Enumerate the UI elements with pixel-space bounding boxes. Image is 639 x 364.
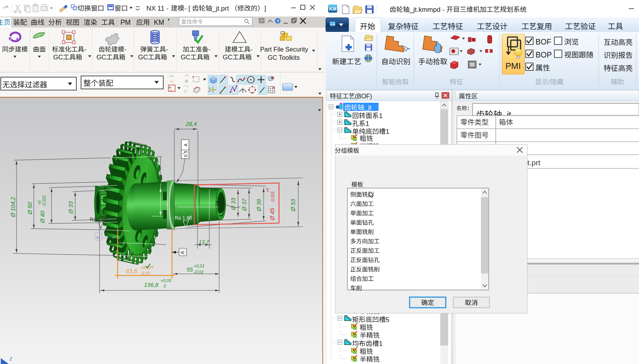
svg-text:Ø 50: Ø 50 <box>27 202 33 215</box>
svg-text:A: A <box>183 143 188 146</box>
svg-text:GC: GC <box>53 54 63 61</box>
svg-text:GC: GC <box>138 54 148 61</box>
svg-text:_jt.prt: _jt.prt <box>212 5 229 12</box>
svg-text:0: 0 <box>164 284 166 288</box>
svg-text:A: A <box>180 251 185 254</box>
svg-text:28,4: 28,4 <box>185 121 197 127</box>
svg-text:-: - <box>209 46 211 53</box>
svg-text:- [: - [ <box>184 5 190 12</box>
svg-text:-: - <box>124 46 126 53</box>
svg-text:]: ] <box>264 5 266 12</box>
svg-text:_jt: _jt <box>364 104 371 111</box>
svg-text:1: 1 <box>379 340 382 347</box>
svg-text:1: 1 <box>366 120 369 127</box>
svg-text:Ø 45: Ø 45 <box>269 208 275 221</box>
svg-text:GC: GC <box>223 54 233 61</box>
svg-text:?: ? <box>277 19 279 24</box>
svg-text:Z: Z <box>9 357 13 361</box>
svg-text:1: 1 <box>379 112 382 120</box>
svg-text:+0: +0 <box>266 188 270 192</box>
svg-text:GC Toolkits: GC Toolkits <box>268 54 300 61</box>
svg-text:Ra 1.60: Ra 1.60 <box>175 215 192 221</box>
svg-text:63,8: 63,8 <box>126 268 137 274</box>
svg-text:-0,03: -0,03 <box>140 271 150 275</box>
svg-text:PM: PM <box>120 18 131 26</box>
svg-text:BOF: BOF <box>536 37 551 46</box>
svg-text:Ø 33: Ø 33 <box>68 201 74 214</box>
svg-text:BOP: BOP <box>536 50 552 59</box>
svg-text:5: 5 <box>386 316 389 323</box>
svg-text:Part File Security: Part File Security <box>260 46 308 53</box>
svg-text:-0,025: -0,025 <box>42 195 46 207</box>
svg-text:+0,03: +0,03 <box>161 278 171 283</box>
svg-text:55: 55 <box>187 266 193 273</box>
svg-text:Ø 33: Ø 33 <box>230 198 236 211</box>
svg-text:-0,02: -0,02 <box>194 270 203 274</box>
svg-text:136,8: 136,8 <box>144 282 158 288</box>
svg-text:Ø 37: Ø 37 <box>241 198 247 211</box>
svg-text:KM: KM <box>330 23 335 26</box>
svg-text:(BOF): (BOF) <box>355 93 372 100</box>
svg-text:×: × <box>151 264 154 270</box>
svg-text:-: - <box>84 46 86 53</box>
svg-text:Ø 45: Ø 45 <box>153 160 160 173</box>
svg-text:+0: +0 <box>37 200 42 205</box>
svg-text:_jt.kmmpd -: _jt.kmmpd - <box>409 6 445 13</box>
svg-text:KM: KM <box>154 18 164 26</box>
svg-text:1: 1 <box>386 128 389 135</box>
svg-text:Ø 53: Ø 53 <box>290 199 296 212</box>
svg-text:Ø 38: Ø 38 <box>256 199 262 212</box>
svg-text:-: - <box>251 46 253 53</box>
svg-text:0.3: 0.3 <box>183 151 188 157</box>
svg-text:+0,01: +0,01 <box>194 264 205 268</box>
svg-text:GC: GC <box>96 54 106 61</box>
svg-text:Ø 40: Ø 40 <box>39 211 46 224</box>
svg-text:GC: GC <box>181 54 190 61</box>
svg-text:NX 11 -: NX 11 - <box>146 5 168 12</box>
svg-text:KM: KM <box>329 6 337 12</box>
svg-text:-0,025: -0,025 <box>271 191 275 203</box>
svg-text:-: - <box>166 46 168 53</box>
svg-text:Ø 104,2: Ø 104,2 <box>10 197 16 218</box>
svg-text:PMI: PMI <box>505 61 521 71</box>
svg-text:/: / <box>549 78 550 86</box>
